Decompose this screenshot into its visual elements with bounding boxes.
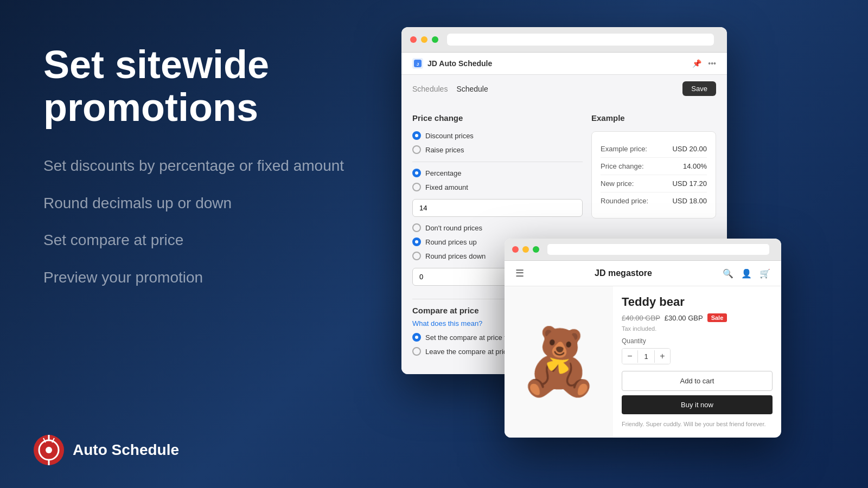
dont-round-option[interactable]: Don't round prices (412, 223, 583, 232)
nav-schedules[interactable]: Schedules (412, 85, 448, 93)
percentage-radio[interactable] (412, 169, 421, 177)
fixed-amount-option[interactable]: Fixed amount (412, 183, 583, 191)
amount-input[interactable] (412, 199, 583, 217)
separator-1 (412, 162, 583, 162)
discount-prices-option[interactable]: Discount prices (412, 131, 583, 140)
nav-bar: Schedules Schedule Save (401, 75, 727, 102)
example-row-1: Price change: 14.00% (601, 158, 707, 175)
quantity-control: − 1 + (622, 348, 671, 364)
product-details: Teddy bear £40.00 GBP £30.00 GBP Sale Ta… (613, 286, 781, 438)
quantity-increase[interactable]: + (655, 349, 670, 364)
sale-badge: Sale (707, 313, 727, 322)
minimize-button[interactable] (421, 36, 427, 43)
pin-icon[interactable]: 📌 (692, 59, 701, 68)
store-window: ☰ JD megastore 🔍 👤 🛒 🧸 Teddy bear £40.00… (505, 239, 781, 438)
more-options-icon[interactable]: ••• (708, 59, 716, 68)
raise-radio[interactable] (412, 145, 421, 154)
product-description: Friendly. Super cuddly. Will be your bes… (622, 420, 773, 429)
fixed-label: Fixed amount (425, 183, 468, 191)
example-value-2: USD 17.20 (672, 179, 707, 188)
percentage-option[interactable]: Percentage (412, 169, 583, 177)
example-row-3: Rounded price: USD 18.00 (601, 192, 707, 209)
example-value-0: USD 20.00 (672, 145, 707, 153)
fixed-radio[interactable] (412, 183, 421, 191)
svg-point-2 (46, 447, 52, 453)
dont-round-label: Don't round prices (425, 224, 482, 232)
svg-text:J: J (417, 62, 419, 67)
set-compare-label: Set the compare at price to (425, 333, 510, 342)
example-row-0: Example price: USD 20.00 (601, 140, 707, 158)
product-image-area: 🧸 (505, 286, 613, 438)
product-name: Teddy bear (622, 295, 773, 309)
cart-icon[interactable]: 🛒 (760, 268, 770, 279)
product-image: 🧸 (518, 324, 599, 400)
nav-links: Schedules Schedule (412, 85, 488, 93)
close-button[interactable] (410, 36, 417, 43)
left-panel: Set sitewide promotions Set discounts by… (43, 43, 396, 287)
save-button[interactable]: Save (682, 81, 716, 96)
store-action-icons: 🔍 👤 🛒 (723, 268, 770, 279)
feature-item-1: Set discounts by percentage or fixed amo… (43, 156, 396, 176)
percentage-label: Percentage (425, 169, 462, 177)
raise-prices-option[interactable]: Raise prices (412, 145, 583, 154)
feature-item-2: Round decimals up or down (43, 194, 396, 213)
account-icon[interactable]: 👤 (741, 268, 752, 279)
discount-raise-group: Discount prices Raise prices (412, 131, 583, 154)
example-label-0: Example price: (601, 145, 647, 153)
quantity-value: 1 (637, 350, 655, 363)
example-title: Example (591, 113, 716, 123)
store-header: ☰ JD megastore 🔍 👤 🛒 (505, 261, 781, 286)
store-body: 🧸 Teddy bear £40.00 GBP £30.00 GBP Sale … (505, 286, 781, 438)
search-icon[interactable]: 🔍 (723, 268, 733, 279)
price-change-title: Price change (412, 113, 583, 123)
example-value-3: USD 18.00 (672, 197, 707, 205)
main-heading: Set sitewide promotions (43, 43, 396, 129)
buy-now-button[interactable]: Buy it now (622, 395, 773, 414)
round-down-label: Round prices down (425, 252, 486, 260)
round-down-radio[interactable] (412, 252, 421, 260)
leave-compare-radio[interactable] (412, 347, 421, 356)
store-maximize-button[interactable] (533, 246, 539, 253)
feature-list: Set discounts by percentage or fixed amo… (43, 156, 396, 287)
store-minimize-button[interactable] (522, 246, 529, 253)
mac-titlebar (401, 27, 727, 53)
store-close-button[interactable] (512, 246, 519, 253)
dont-round-radio[interactable] (412, 223, 421, 232)
price-row: £40.00 GBP £30.00 GBP Sale (622, 313, 773, 322)
discount-label: Discount prices (425, 132, 474, 140)
feature-item-4: Preview your promotion (43, 268, 396, 287)
leave-compare-label: Leave the compare at price (425, 348, 511, 356)
app-logo-small: J (412, 58, 423, 69)
store-name: JD megastore (595, 268, 652, 278)
app-header-right: 📌 ••• (692, 59, 716, 68)
app-icon: J (414, 60, 422, 67)
store-search-bar (547, 244, 769, 255)
round-up-radio[interactable] (412, 237, 421, 246)
example-label-3: Rounded price: (601, 197, 648, 205)
quantity-decrease[interactable]: − (622, 349, 637, 364)
add-to-cart-button[interactable]: Add to cart (622, 371, 773, 391)
brand-logo: Auto Schedule (33, 434, 179, 466)
title-search-bar (447, 34, 714, 46)
type-group: Percentage Fixed amount (412, 169, 583, 191)
set-compare-radio[interactable] (412, 333, 421, 342)
logo-icon (33, 434, 65, 466)
quantity-label: Quantity (622, 337, 773, 345)
nav-schedule[interactable]: Schedule (456, 85, 488, 93)
example-row-2: New price: USD 17.20 (601, 175, 707, 192)
round-up-label: Round prices up (425, 238, 477, 246)
hamburger-icon[interactable]: ☰ (515, 267, 524, 279)
example-label-1: Price change: (601, 162, 644, 170)
maximize-button[interactable] (432, 36, 438, 43)
example-card: Example price: USD 20.00 Price change: 1… (591, 131, 716, 219)
feature-item-3: Set compare at price (43, 230, 396, 250)
raise-label: Raise prices (425, 146, 464, 154)
current-price: £30.00 GBP (665, 314, 703, 322)
example-value-1: 14.00% (683, 162, 707, 170)
app-header: J JD Auto Schedule 📌 ••• (401, 53, 727, 75)
original-price: £40.00 GBP (622, 314, 660, 322)
discount-radio[interactable] (412, 131, 421, 140)
app-title: JD Auto Schedule (427, 59, 492, 68)
app-header-left: J JD Auto Schedule (412, 58, 492, 69)
example-label-2: New price: (601, 179, 634, 188)
